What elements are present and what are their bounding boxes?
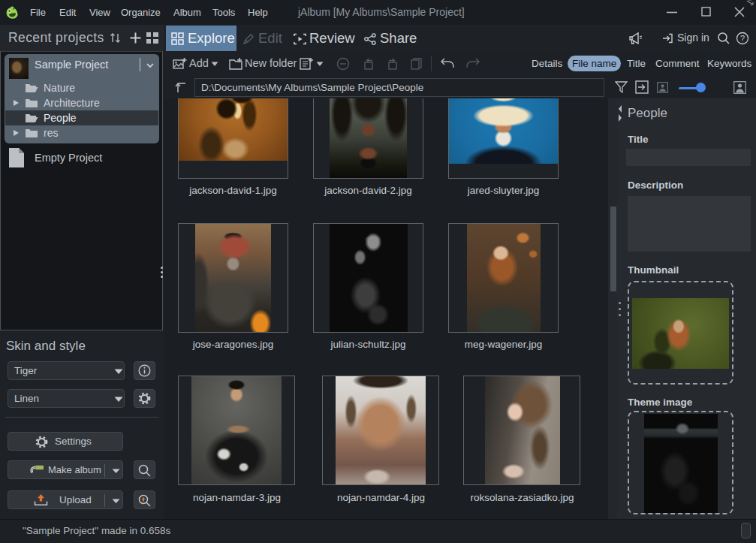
svg-text:?: ? xyxy=(740,34,745,43)
